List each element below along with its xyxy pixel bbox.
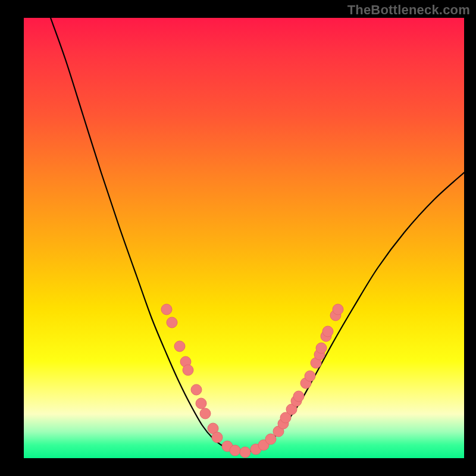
scatter-dots (161, 304, 343, 458)
chart-stage: TheBottleneck.com (0, 0, 476, 476)
curve-layer (24, 18, 464, 458)
scatter-dot (200, 408, 211, 419)
scatter-dot (161, 304, 172, 315)
scatter-dot (212, 432, 223, 443)
scatter-dot (174, 341, 185, 352)
scatter-dot (167, 317, 177, 328)
scatter-dot (240, 447, 250, 458)
scatter-dot (305, 371, 315, 381)
scatter-dot (333, 304, 343, 315)
scatter-dot (230, 445, 240, 456)
scatter-dot (191, 384, 202, 395)
scatter-dot (183, 365, 193, 375)
scatter-dot (196, 398, 206, 409)
plot-region (24, 18, 464, 458)
scatter-dot (293, 391, 304, 402)
scatter-dot (322, 326, 333, 337)
bottleneck-curve (51, 18, 464, 452)
watermark-label: TheBottleneck.com (347, 2, 470, 18)
scatter-dot (316, 343, 327, 353)
